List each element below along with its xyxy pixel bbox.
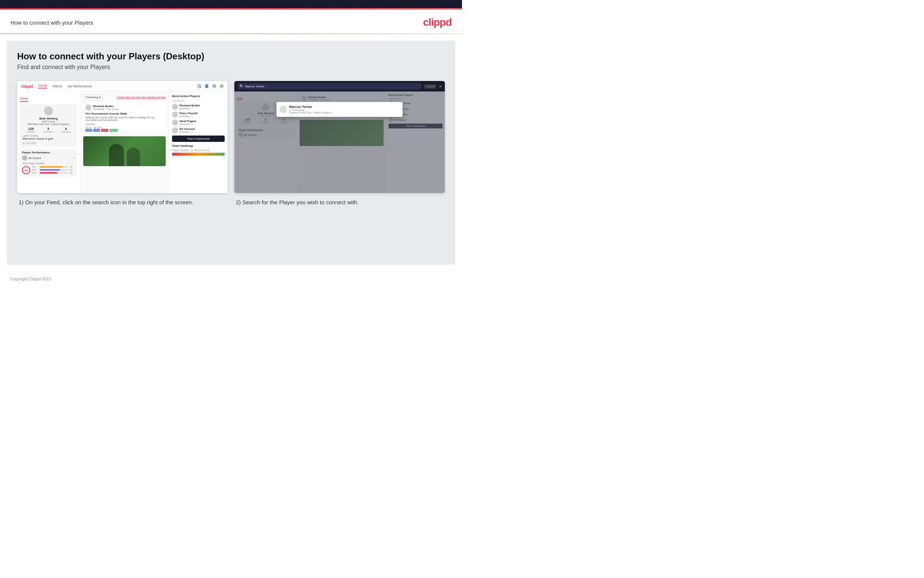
clear-button[interactable]: CLEAR <box>424 84 437 89</box>
app-nav-2: clippd 🔍 Marcus Turner CLEAR ✕ <box>235 81 445 91</box>
tag-putt-1: PUTT <box>109 129 118 132</box>
profile-card-1: Blair McHarg Golf Coach Mill Ride Golf C… <box>20 104 77 147</box>
app-right-1: Most Active Players Last 30 days Richard… <box>169 91 228 193</box>
search-result-item-1[interactable]: Marcus Turner 1.5 Handicap Cypress Point… <box>280 105 400 114</box>
following-button-1[interactable]: Following ▾ <box>83 94 103 100</box>
search-icon-2: 🔍 <box>239 84 244 88</box>
quality-bars-1: OTT 79 APP 70 <box>32 166 75 175</box>
app-nav-icons-1: 🔍 👤 ⚙ ● <box>197 84 224 88</box>
search-bar-overlay: 🔍 Marcus Turner CLEAR ✕ <box>235 81 445 91</box>
tag-ott-1: OTT <box>86 129 92 132</box>
player-item-2: Piers Parnell Activities: 4 <box>172 112 225 118</box>
latest-activity-label-1: Latest Activity <box>23 135 74 137</box>
most-active-title-1: Most Active Players <box>172 94 225 98</box>
heatmap-labels-1: -5 +5 <box>172 156 225 158</box>
app-logo-1: clippd <box>21 84 33 88</box>
act-meta-1: Yesterday · The Grove <box>93 108 119 110</box>
feed-tab-1[interactable]: Feed <box>20 97 28 102</box>
quality-score-1: 84 OTT 79 APP <box>22 166 75 175</box>
player-item-4: Eli Vincent Activities: 1 <box>172 127 225 133</box>
team-dashboard-btn-1[interactable]: Team Dashboard <box>172 136 225 142</box>
screenshot-panel-1: clippd Home Teams My Performance 🔍 👤 ⚙ ● <box>17 81 228 207</box>
player-name-sm-1: Eli Vincent <box>29 157 72 159</box>
caption-1: 1) On your Feed, click on the search ico… <box>17 198 228 207</box>
act-avatar-1 <box>86 104 91 110</box>
player-item-3: Hiral Pujara Activities: 3 <box>172 120 225 125</box>
act-person-name-1: Richard Butler <box>93 104 119 108</box>
player-perf-title-1: Player Performance <box>22 151 75 154</box>
profile-role-1: Golf Coach <box>23 120 74 123</box>
following-row-1: Following ▾ Control who can see your act… <box>83 94 166 100</box>
team-heatmap-sub-1: Player Quality · 20 Round Trend <box>172 149 225 152</box>
nav-home-1[interactable]: Home <box>38 84 47 88</box>
app-mockup-2: clippd 🔍 Marcus Turner CLEAR ✕ <box>235 81 445 193</box>
stat-followers-1: 3 Followers <box>43 127 53 133</box>
quality-title-1: Total Player Quality <box>22 162 75 165</box>
close-icon[interactable]: ✕ <box>439 84 442 88</box>
search-result-dropdown: Marcus Turner 1.5 Handicap Cypress Point… <box>277 102 403 117</box>
act-duration-1: 02 hr : 00 min <box>86 126 163 129</box>
nav-teams-1[interactable]: Teams <box>52 84 62 88</box>
user-icon-1[interactable]: 👤 <box>204 84 209 88</box>
search-icon-1[interactable]: 🔍 <box>197 84 202 88</box>
app-mockup-1: clippd Home Teams My Performance 🔍 👤 ⚙ ● <box>17 81 228 193</box>
caption-2: 2) Search for the Player you wish to con… <box>235 198 445 207</box>
search-result-meta2: Cypress Point Club, United Kingdom <box>289 111 332 114</box>
act-tags-1: OTT APP ARG PUTT <box>86 129 163 132</box>
main-title: How to connect with your Players (Deskto… <box>17 51 445 62</box>
player-avatar-list-2 <box>172 112 178 118</box>
nav-myperformance-1[interactable]: My Performance <box>68 84 92 88</box>
act-desc-1: Walking the course with my coach to buil… <box>86 116 163 121</box>
app-mid-1: Following ▾ Control who can see your act… <box>80 91 169 193</box>
app-left-1: Feed Blair McHarg Golf Coach Mill Ride G… <box>17 91 80 193</box>
player-avatar-list-3 <box>172 120 178 125</box>
player-item-1: Richard Butler Activities: 7 <box>172 104 225 110</box>
heatmap-bar-1 <box>172 153 225 156</box>
search-result-meta1: 1.5 Handicap <box>289 109 332 111</box>
profile-stats-1: 129 Activities 3 Followers 4 Following <box>23 127 74 133</box>
dimmed-content-2: Feed Blair McHarg Golf Coach 129Activiti… <box>235 91 445 193</box>
act-card-header-1: Richard Butler Yesterday · The Grove <box>86 104 163 110</box>
bar-ott-1: OTT 79 <box>32 166 75 168</box>
act-duration-label-1: Duration <box>86 123 163 125</box>
screenshot-panel-2: clippd 🔍 Marcus Turner CLEAR ✕ <box>235 81 445 207</box>
bar-arg-1: ARG 61 <box>32 172 75 174</box>
avatar-icon-1[interactable]: ● <box>219 84 224 88</box>
bar-app-1: APP 70 <box>32 169 75 171</box>
most-active-sub-1: Last 30 days <box>172 100 225 102</box>
profile-name-1: Blair McHarg <box>23 117 74 120</box>
player-performance-1: Player Performance Eli Vincent ▾ Total P… <box>20 149 77 177</box>
stat-activities-1: 129 Activities <box>26 127 36 133</box>
search-value: Marcus Turner <box>245 85 265 88</box>
player-avatar-list-4 <box>172 127 178 133</box>
main-content: How to connect with your Players (Deskto… <box>7 41 455 265</box>
score-circle-1: 84 <box>22 166 30 174</box>
clippd-logo: clippd <box>423 16 451 28</box>
act-title-1: Pre Tournament Course Walk <box>86 112 163 115</box>
search-result-avatar <box>280 106 287 113</box>
header-divider <box>0 34 462 34</box>
activity-date-1: 27 Jul 2022 <box>23 142 74 144</box>
main-subtitle: Find and connect with your Players <box>17 64 445 71</box>
control-link-1[interactable]: Control who can see your activity and da… <box>117 96 166 99</box>
screenshots-container: clippd Home Teams My Performance 🔍 👤 ⚙ ● <box>17 81 445 207</box>
tag-arg-1: ARG <box>101 129 108 132</box>
player-select-1[interactable]: Eli Vincent ▾ <box>22 155 75 161</box>
team-heatmap-title-1: Team Heatmap <box>172 144 225 148</box>
search-result-name: Marcus Turner <box>289 105 332 109</box>
app-nav-1: clippd Home Teams My Performance 🔍 👤 ⚙ ● <box>17 81 228 91</box>
search-input-mock[interactable]: 🔍 Marcus Turner <box>237 83 421 89</box>
top-bar <box>0 0 462 8</box>
activity-card-1: Richard Butler Yesterday · The Grove Pre… <box>83 102 166 134</box>
stat-following-1: 4 Following <box>61 127 71 133</box>
app-content-1: Feed Blair McHarg Golf Coach Mill Ride G… <box>17 91 228 193</box>
golf-image-1 <box>83 136 166 166</box>
activity-name-1: Afternoon round of golf <box>23 137 74 140</box>
player-avatar-sm-1 <box>22 155 27 161</box>
header: How to connect with your Players clippd <box>0 10 462 34</box>
profile-club-1: Mill Ride Golf Club, United Kingdom <box>23 123 74 125</box>
page-title: How to connect with your Players <box>10 19 93 26</box>
copyright-text: Copyright Clippd 2022 <box>10 277 51 281</box>
settings-icon-1[interactable]: ⚙ <box>212 84 217 88</box>
chevron-down-icon-1: ▾ <box>73 156 75 159</box>
